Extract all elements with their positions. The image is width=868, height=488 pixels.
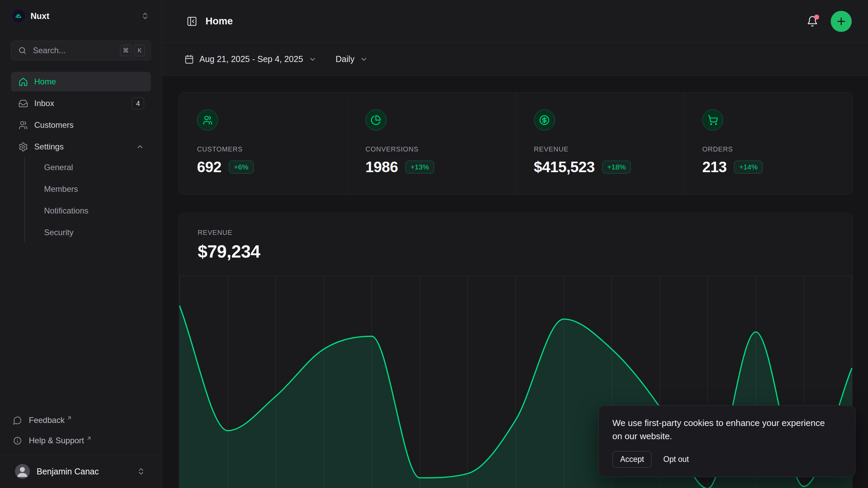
- stat-icon-circle: [366, 109, 387, 130]
- stat-label: CONVERSIONS: [366, 145, 502, 153]
- stat-card-conversions: CONVERSIONS 1986 +13%: [348, 93, 516, 195]
- settings-submenu: General Members Notifications Security: [24, 157, 151, 243]
- sidebar-item-label: Customers: [34, 120, 144, 130]
- revenue-chart-label: REVENUE: [198, 229, 834, 237]
- feedback-link[interactable]: Feedback: [11, 412, 151, 429]
- cookie-optout-button[interactable]: Opt out: [663, 455, 689, 464]
- sidebar-nav: Home Inbox 4 Customers: [11, 72, 151, 157]
- sidebar-user-section: Benjamin Canac: [0, 455, 162, 488]
- stat-icon-circle: [702, 109, 723, 130]
- kbd-k: K: [134, 45, 145, 56]
- sub-item-label: Security: [44, 228, 74, 237]
- sub-item-label: Notifications: [44, 206, 88, 216]
- sidebar: Nuxt ⌘ K Home: [0, 0, 162, 488]
- sidebar-item-settings[interactable]: Settings: [11, 137, 151, 157]
- message-circle-icon: [13, 416, 22, 425]
- stat-value: 213: [702, 159, 727, 176]
- shopping-cart-icon: [708, 115, 718, 125]
- period-select[interactable]: Daily: [336, 54, 368, 64]
- sub-item-label: Members: [44, 184, 78, 194]
- revenue-chart-header: REVENUE $79,234: [179, 213, 852, 262]
- date-range-picker[interactable]: Aug 21, 2025 - Sep 4, 2025: [184, 54, 317, 64]
- chevron-down-icon: [309, 55, 317, 63]
- add-button[interactable]: [831, 11, 852, 32]
- inbox-icon: [18, 99, 28, 108]
- user-menu[interactable]: Benjamin Canac: [11, 460, 151, 483]
- stat-icon-circle: [534, 109, 555, 130]
- cookie-accept-button[interactable]: Accept: [612, 451, 652, 468]
- stat-label: ORDERS: [702, 145, 839, 153]
- stat-delta-badge: +14%: [734, 161, 763, 174]
- stat-label: REVENUE: [534, 145, 671, 153]
- cookie-consent-banner: We use first-party cookies to enhance yo…: [598, 405, 855, 477]
- sub-item-label: General: [44, 163, 73, 172]
- stat-value: $415,523: [534, 159, 595, 176]
- workspace-name: Nuxt: [31, 11, 135, 21]
- stat-card-customers: CUSTOMERS 692 +6%: [179, 93, 348, 195]
- chevron-up-icon: [136, 143, 144, 151]
- external-link-arrow-icon: [86, 435, 92, 441]
- stat-label: CUSTOMERS: [197, 145, 334, 153]
- stat-value: 692: [197, 159, 221, 176]
- notification-dot: [814, 15, 819, 20]
- chevron-down-icon: [360, 55, 368, 63]
- stat-delta-badge: +13%: [406, 161, 434, 174]
- info-circle-icon: [13, 436, 22, 445]
- notifications-button[interactable]: [804, 13, 821, 29]
- stat-value: 1986: [366, 159, 398, 176]
- cookie-actions: Accept Opt out: [612, 451, 842, 468]
- settings-gear-icon: [18, 142, 28, 152]
- header-actions: [804, 11, 852, 32]
- kbd-meta: ⌘: [120, 45, 132, 56]
- sidebar-subitem-notifications[interactable]: Notifications: [39, 201, 151, 221]
- home-icon: [18, 77, 28, 87]
- user-avatar: [15, 464, 30, 479]
- help-support-link[interactable]: Help & Support: [11, 432, 151, 449]
- help-support-label: Help & Support: [29, 436, 84, 445]
- search-input[interactable]: [33, 46, 117, 55]
- search-input-container[interactable]: ⌘ K: [11, 41, 151, 60]
- workspace-switcher[interactable]: Nuxt: [11, 9, 151, 22]
- sidebar-subitem-security[interactable]: Security: [39, 222, 151, 243]
- sidebar-spacer: [0, 243, 162, 412]
- filters-toolbar: Aug 21, 2025 - Sep 4, 2025 Daily: [162, 43, 868, 76]
- users-icon: [202, 115, 213, 125]
- feedback-label: Feedback: [29, 415, 64, 425]
- external-link-arrow-icon: [66, 415, 72, 421]
- page-title: Home: [205, 16, 233, 27]
- stat-icon-circle: [197, 109, 218, 130]
- collapse-sidebar-button[interactable]: [184, 14, 199, 29]
- chevrons-up-down-icon: [141, 12, 150, 20]
- sidebar-subitem-members[interactable]: Members: [39, 179, 151, 199]
- sidebar-subitem-general[interactable]: General: [39, 157, 151, 178]
- circle-dollar-icon: [539, 115, 550, 125]
- stats-panel: CUSTOMERS 692 +6% CONVERSIONS 1986: [179, 92, 853, 195]
- search-icon: [18, 46, 27, 55]
- app-window: Nuxt ⌘ K Home: [0, 0, 868, 488]
- date-range-value: Aug 21, 2025 - Sep 4, 2025: [199, 54, 303, 64]
- period-value: Daily: [336, 54, 355, 64]
- inbox-count-badge: 4: [132, 97, 144, 109]
- page-header: Home: [162, 0, 868, 43]
- user-name: Benjamin Canac: [37, 467, 137, 476]
- sidebar-item-label: Settings: [34, 142, 136, 151]
- stat-card-revenue: REVENUE $415,523 +18%: [516, 93, 685, 195]
- sidebar-item-customers[interactable]: Customers: [11, 115, 151, 135]
- revenue-chart-total: $79,234: [198, 241, 834, 262]
- calendar-icon: [184, 55, 194, 64]
- cookie-message: We use first-party cookies to enhance yo…: [612, 416, 829, 443]
- sidebar-item-label: Home: [34, 77, 144, 86]
- stat-delta-badge: +6%: [229, 161, 254, 174]
- stat-card-orders: ORDERS 213 +14%: [684, 93, 852, 195]
- users-icon: [18, 120, 28, 130]
- stat-delta-badge: +18%: [602, 161, 631, 174]
- sidebar-item-label: Inbox: [34, 99, 132, 108]
- sidebar-item-inbox[interactable]: Inbox 4: [11, 94, 151, 113]
- panel-left-close-icon: [186, 16, 197, 27]
- sidebar-item-home[interactable]: Home: [11, 72, 151, 92]
- sidebar-footer-links: Feedback Help & Support: [11, 412, 151, 449]
- nuxt-logo-icon: [12, 9, 25, 22]
- chevrons-up-down-icon: [137, 467, 145, 476]
- plus-icon: [835, 16, 847, 27]
- pie-chart-icon: [371, 115, 381, 125]
